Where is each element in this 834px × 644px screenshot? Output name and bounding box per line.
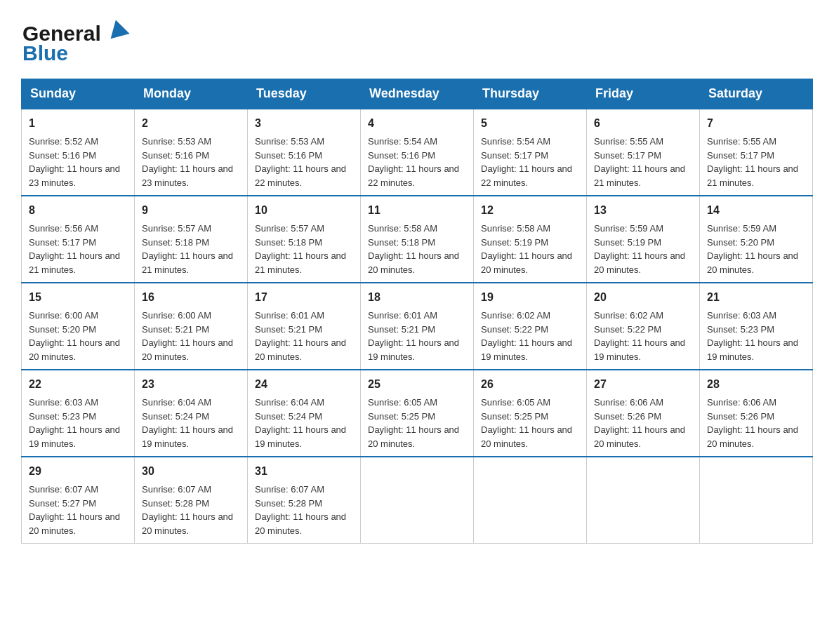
calendar-cell: 4Sunrise: 5:54 AMSunset: 5:16 PMDaylight…	[361, 109, 474, 196]
calendar-cell: 30Sunrise: 6:07 AMSunset: 5:28 PMDayligh…	[135, 457, 248, 544]
day-number: 8	[29, 202, 127, 219]
day-number: 21	[707, 289, 805, 306]
day-number: 9	[142, 202, 240, 219]
day-info: Sunrise: 6:01 AMSunset: 5:21 PMDaylight:…	[255, 310, 346, 362]
calendar-cell	[587, 457, 700, 544]
calendar-cell: 11Sunrise: 5:58 AMSunset: 5:18 PMDayligh…	[361, 196, 474, 283]
day-number: 17	[255, 289, 353, 306]
day-info: Sunrise: 6:00 AMSunset: 5:20 PMDaylight:…	[29, 310, 120, 362]
day-info: Sunrise: 5:58 AMSunset: 5:19 PMDaylight:…	[481, 223, 572, 275]
day-info: Sunrise: 6:07 AMSunset: 5:28 PMDaylight:…	[142, 484, 233, 536]
day-number: 1	[29, 115, 127, 132]
day-number: 28	[707, 376, 805, 393]
calendar-cell: 3Sunrise: 5:53 AMSunset: 5:16 PMDaylight…	[248, 109, 361, 196]
day-number: 4	[368, 115, 466, 132]
calendar-cell: 1Sunrise: 5:52 AMSunset: 5:16 PMDaylight…	[22, 109, 135, 196]
day-info: Sunrise: 6:07 AMSunset: 5:27 PMDaylight:…	[29, 484, 120, 536]
week-row-4: 22Sunrise: 6:03 AMSunset: 5:23 PMDayligh…	[22, 370, 813, 457]
logo: General Blue	[21, 14, 133, 65]
day-number: 10	[255, 202, 353, 219]
day-info: Sunrise: 5:58 AMSunset: 5:18 PMDaylight:…	[368, 223, 459, 275]
day-info: Sunrise: 6:06 AMSunset: 5:26 PMDaylight:…	[707, 397, 798, 449]
day-info: Sunrise: 5:53 AMSunset: 5:16 PMDaylight:…	[142, 136, 233, 188]
calendar-table: SundayMondayTuesdayWednesdayThursdayFrid…	[21, 79, 813, 544]
day-info: Sunrise: 5:57 AMSunset: 5:18 PMDaylight:…	[142, 223, 233, 275]
day-info: Sunrise: 5:57 AMSunset: 5:18 PMDaylight:…	[255, 223, 346, 275]
day-number: 30	[142, 463, 240, 480]
day-info: Sunrise: 5:53 AMSunset: 5:16 PMDaylight:…	[255, 136, 346, 188]
calendar-cell: 13Sunrise: 5:59 AMSunset: 5:19 PMDayligh…	[587, 196, 700, 283]
calendar-cell: 19Sunrise: 6:02 AMSunset: 5:22 PMDayligh…	[474, 283, 587, 370]
calendar-cell: 28Sunrise: 6:06 AMSunset: 5:26 PMDayligh…	[700, 370, 813, 457]
day-info: Sunrise: 5:54 AMSunset: 5:16 PMDaylight:…	[368, 136, 459, 188]
day-info: Sunrise: 5:55 AMSunset: 5:17 PMDaylight:…	[707, 136, 798, 188]
day-number: 31	[255, 463, 353, 480]
calendar-cell: 15Sunrise: 6:00 AMSunset: 5:20 PMDayligh…	[22, 283, 135, 370]
day-info: Sunrise: 5:52 AMSunset: 5:16 PMDaylight:…	[29, 136, 120, 188]
day-number: 14	[707, 202, 805, 219]
calendar-header-wednesday: Wednesday	[361, 79, 474, 109]
calendar-cell: 2Sunrise: 5:53 AMSunset: 5:16 PMDaylight…	[135, 109, 248, 196]
day-number: 13	[594, 202, 692, 219]
day-number: 12	[481, 202, 579, 219]
calendar-cell: 16Sunrise: 6:00 AMSunset: 5:21 PMDayligh…	[135, 283, 248, 370]
logo-svg: General Blue	[21, 14, 133, 65]
day-info: Sunrise: 5:54 AMSunset: 5:17 PMDaylight:…	[481, 136, 572, 188]
day-info: Sunrise: 6:05 AMSunset: 5:25 PMDaylight:…	[368, 397, 459, 449]
day-info: Sunrise: 6:04 AMSunset: 5:24 PMDaylight:…	[255, 397, 346, 449]
calendar-cell: 26Sunrise: 6:05 AMSunset: 5:25 PMDayligh…	[474, 370, 587, 457]
day-number: 29	[29, 463, 127, 480]
calendar-cell: 29Sunrise: 6:07 AMSunset: 5:27 PMDayligh…	[22, 457, 135, 544]
calendar-cell: 18Sunrise: 6:01 AMSunset: 5:21 PMDayligh…	[361, 283, 474, 370]
day-number: 5	[481, 115, 579, 132]
day-info: Sunrise: 6:03 AMSunset: 5:23 PMDaylight:…	[707, 310, 798, 362]
calendar-header-friday: Friday	[587, 79, 700, 109]
page-header: General Blue	[21, 14, 813, 65]
calendar-cell	[361, 457, 474, 544]
day-number: 18	[368, 289, 466, 306]
calendar-cell: 27Sunrise: 6:06 AMSunset: 5:26 PMDayligh…	[587, 370, 700, 457]
calendar-cell: 21Sunrise: 6:03 AMSunset: 5:23 PMDayligh…	[700, 283, 813, 370]
day-number: 23	[142, 376, 240, 393]
calendar-cell: 5Sunrise: 5:54 AMSunset: 5:17 PMDaylight…	[474, 109, 587, 196]
day-number: 25	[368, 376, 466, 393]
day-info: Sunrise: 6:02 AMSunset: 5:22 PMDaylight:…	[594, 310, 685, 362]
calendar-cell: 17Sunrise: 6:01 AMSunset: 5:21 PMDayligh…	[248, 283, 361, 370]
day-number: 6	[594, 115, 692, 132]
calendar-cell: 31Sunrise: 6:07 AMSunset: 5:28 PMDayligh…	[248, 457, 361, 544]
calendar-header-tuesday: Tuesday	[248, 79, 361, 109]
day-number: 15	[29, 289, 127, 306]
day-info: Sunrise: 6:07 AMSunset: 5:28 PMDaylight:…	[255, 484, 346, 536]
day-number: 27	[594, 376, 692, 393]
calendar-cell: 20Sunrise: 6:02 AMSunset: 5:22 PMDayligh…	[587, 283, 700, 370]
day-info: Sunrise: 6:04 AMSunset: 5:24 PMDaylight:…	[142, 397, 233, 449]
day-info: Sunrise: 5:56 AMSunset: 5:17 PMDaylight:…	[29, 223, 120, 275]
calendar-cell: 12Sunrise: 5:58 AMSunset: 5:19 PMDayligh…	[474, 196, 587, 283]
day-number: 24	[255, 376, 353, 393]
calendar-header-sunday: Sunday	[22, 79, 135, 109]
day-number: 7	[707, 115, 805, 132]
day-number: 16	[142, 289, 240, 306]
calendar-header-monday: Monday	[135, 79, 248, 109]
calendar-cell: 8Sunrise: 5:56 AMSunset: 5:17 PMDaylight…	[22, 196, 135, 283]
calendar-cell: 24Sunrise: 6:04 AMSunset: 5:24 PMDayligh…	[248, 370, 361, 457]
day-number: 2	[142, 115, 240, 132]
calendar-header-thursday: Thursday	[474, 79, 587, 109]
week-row-3: 15Sunrise: 6:00 AMSunset: 5:20 PMDayligh…	[22, 283, 813, 370]
svg-text:Blue: Blue	[22, 41, 68, 65]
calendar-cell	[474, 457, 587, 544]
week-row-1: 1Sunrise: 5:52 AMSunset: 5:16 PMDaylight…	[22, 109, 813, 196]
svg-marker-1	[106, 18, 129, 39]
day-info: Sunrise: 6:01 AMSunset: 5:21 PMDaylight:…	[368, 310, 459, 362]
calendar-cell: 9Sunrise: 5:57 AMSunset: 5:18 PMDaylight…	[135, 196, 248, 283]
calendar-cell: 14Sunrise: 5:59 AMSunset: 5:20 PMDayligh…	[700, 196, 813, 283]
day-number: 11	[368, 202, 466, 219]
day-info: Sunrise: 5:59 AMSunset: 5:19 PMDaylight:…	[594, 223, 685, 275]
calendar-cell: 10Sunrise: 5:57 AMSunset: 5:18 PMDayligh…	[248, 196, 361, 283]
day-number: 3	[255, 115, 353, 132]
calendar-header-row: SundayMondayTuesdayWednesdayThursdayFrid…	[22, 79, 813, 109]
calendar-cell: 6Sunrise: 5:55 AMSunset: 5:17 PMDaylight…	[587, 109, 700, 196]
calendar-cell: 25Sunrise: 6:05 AMSunset: 5:25 PMDayligh…	[361, 370, 474, 457]
calendar-header-saturday: Saturday	[700, 79, 813, 109]
calendar-cell	[700, 457, 813, 544]
